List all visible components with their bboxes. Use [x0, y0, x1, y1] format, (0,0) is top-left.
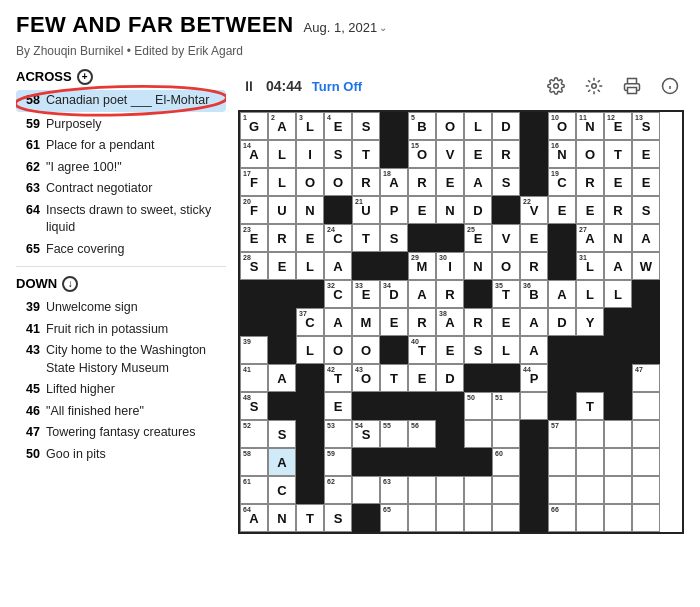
cell-r15c9[interactable] [464, 504, 492, 532]
cell-r10c11[interactable]: 44P [520, 364, 548, 392]
cell-r5c15[interactable]: A [632, 224, 660, 252]
cell-r4c1[interactable]: 20F [240, 196, 268, 224]
cell-r6c7[interactable]: 29M [408, 252, 436, 280]
cell-r7c14[interactable]: L [604, 280, 632, 308]
cell-r8c9[interactable]: R [464, 308, 492, 336]
cell-r6c2[interactable]: E [268, 252, 296, 280]
cell-r4c13[interactable]: E [576, 196, 604, 224]
cell-r4c6[interactable]: P [380, 196, 408, 224]
cell-r1c14[interactable]: 12E [604, 112, 632, 140]
cell-r9c9[interactable]: S [464, 336, 492, 364]
cell-r7c7[interactable]: A [408, 280, 436, 308]
cell-r4c2[interactable]: U [268, 196, 296, 224]
clue-down-47[interactable]: 47 Towering fantasy creatures [16, 422, 226, 444]
cell-r1c13[interactable]: 11N [576, 112, 604, 140]
clue-down-43[interactable]: 43 City home to the Washington State His… [16, 340, 226, 379]
cell-r1c12[interactable]: 10O [548, 112, 576, 140]
clue-across-63[interactable]: 63 Contract negotiator [16, 178, 226, 200]
cell-r6c10[interactable]: O [492, 252, 520, 280]
cell-r11c1[interactable]: 48S [240, 392, 268, 420]
cell-r6c11[interactable]: R [520, 252, 548, 280]
cell-r3c5[interactable]: R [352, 168, 380, 196]
cell-r8c6[interactable]: E [380, 308, 408, 336]
cell-r13c13[interactable] [576, 448, 604, 476]
cell-r15c14[interactable] [604, 504, 632, 532]
cell-r11c13[interactable]: T [576, 392, 604, 420]
cell-r2c8[interactable]: V [436, 140, 464, 168]
cell-r1c4[interactable]: 4E [324, 112, 352, 140]
cell-r5c3[interactable]: E [296, 224, 324, 252]
cell-r10c2[interactable]: A [268, 364, 296, 392]
cell-r13c12[interactable] [548, 448, 576, 476]
cell-r5c14[interactable]: N [604, 224, 632, 252]
cell-r3c4[interactable]: O [324, 168, 352, 196]
cell-r6c9[interactable]: N [464, 252, 492, 280]
clue-down-46[interactable]: 46 "All finished here" [16, 401, 226, 423]
cell-r6c4[interactable]: A [324, 252, 352, 280]
cell-r14c1[interactable]: 61 [240, 476, 268, 504]
cell-r14c12[interactable] [548, 476, 576, 504]
cell-r1c3[interactable]: 3L [296, 112, 324, 140]
cell-r14c10[interactable] [492, 476, 520, 504]
cell-r8c12[interactable]: D [548, 308, 576, 336]
cell-r7c10[interactable]: 35T [492, 280, 520, 308]
cell-r15c1[interactable]: 64A [240, 504, 268, 532]
cell-r1c1[interactable]: 1G [240, 112, 268, 140]
gear-icon[interactable] [580, 72, 608, 100]
down-circle-btn[interactable]: ↓ [62, 276, 78, 292]
cell-r3c7[interactable]: R [408, 168, 436, 196]
cell-r8c8[interactable]: 38A [436, 308, 464, 336]
date-chevron-icon[interactable]: ⌄ [379, 22, 387, 33]
cell-r13c14[interactable] [604, 448, 632, 476]
cell-r5c4[interactable]: 24C [324, 224, 352, 252]
cell-r8c5[interactable]: M [352, 308, 380, 336]
cell-r13c1[interactable]: 58 [240, 448, 268, 476]
cell-r7c4[interactable]: 32C [324, 280, 352, 308]
cell-r4c7[interactable]: E [408, 196, 436, 224]
cell-r8c11[interactable]: A [520, 308, 548, 336]
cell-r5c6[interactable]: S [380, 224, 408, 252]
cell-r9c11[interactable]: A [520, 336, 548, 364]
cell-r14c15[interactable] [632, 476, 660, 504]
cell-r9c4[interactable]: O [324, 336, 352, 364]
cell-r12c6[interactable]: 55 [380, 420, 408, 448]
cell-r8c4[interactable]: A [324, 308, 352, 336]
cell-r4c12[interactable]: E [548, 196, 576, 224]
cell-r15c12[interactable]: 66 [548, 504, 576, 532]
clue-across-62[interactable]: 62 "I agree 100!" [16, 157, 226, 179]
cell-r2c2[interactable]: L [268, 140, 296, 168]
cell-r9c7[interactable]: 40T [408, 336, 436, 364]
cell-r9c5[interactable]: O [352, 336, 380, 364]
info-icon[interactable] [656, 72, 684, 100]
cell-r3c14[interactable]: E [604, 168, 632, 196]
cell-r7c8[interactable]: R [436, 280, 464, 308]
cell-r1c10[interactable]: D [492, 112, 520, 140]
cell-r10c7[interactable]: E [408, 364, 436, 392]
cell-r9c10[interactable]: L [492, 336, 520, 364]
cell-r13c10[interactable]: 60 [492, 448, 520, 476]
cell-r12c1[interactable]: 52 [240, 420, 268, 448]
cell-r1c2[interactable]: 2A [268, 112, 296, 140]
clue-down-50[interactable]: 50 Goo in pits [16, 444, 226, 466]
clue-across-58[interactable]: 58 Canadian poet ___ El-Mohtar [16, 90, 226, 112]
cell-r14c4[interactable]: 62 [324, 476, 352, 504]
cell-r8c13[interactable]: Y [576, 308, 604, 336]
crossword-grid[interactable]: 1G 2A 3L 4E S 5B O L D 10O 11N 12E 13S [238, 110, 684, 534]
cell-r15c8[interactable] [436, 504, 464, 532]
cell-r15c10[interactable] [492, 504, 520, 532]
cell-r2c10[interactable]: R [492, 140, 520, 168]
cell-r4c9[interactable]: D [464, 196, 492, 224]
cell-r5c2[interactable]: R [268, 224, 296, 252]
cell-r10c5[interactable]: 43O [352, 364, 380, 392]
cell-r12c13[interactable] [576, 420, 604, 448]
cell-r8c3[interactable]: 37C [296, 308, 324, 336]
cell-r14c14[interactable] [604, 476, 632, 504]
cell-r1c8[interactable]: O [436, 112, 464, 140]
cell-r6c13[interactable]: 31L [576, 252, 604, 280]
cell-r2c12[interactable]: 16N [548, 140, 576, 168]
cell-r5c11[interactable]: E [520, 224, 548, 252]
cell-r10c8[interactable]: D [436, 364, 464, 392]
print-icon[interactable] [618, 72, 646, 100]
cell-r3c2[interactable]: L [268, 168, 296, 196]
cell-r12c15[interactable] [632, 420, 660, 448]
